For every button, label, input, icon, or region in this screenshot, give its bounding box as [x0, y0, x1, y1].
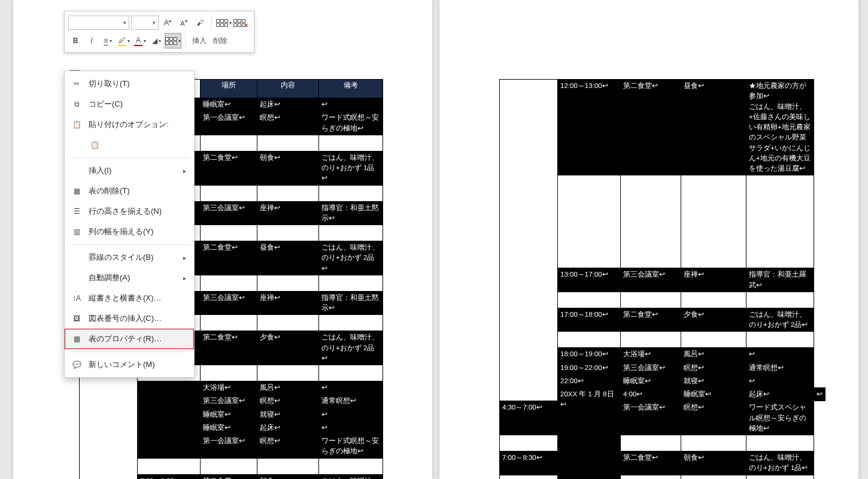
font-family-combo[interactable]: ▾ [68, 16, 129, 30]
borders-icon [165, 37, 177, 45]
ctx-new-comment[interactable]: 💬新しいコメント(M) [65, 354, 194, 375]
picture-icon: 🖼 [71, 313, 83, 325]
ctx-text-direction[interactable]: ↕A縦書きと横書き(X)… [65, 288, 194, 308]
table-insert-split-button[interactable] [216, 16, 232, 30]
ctx-paste-options: 📋貼り付けのオプション: [65, 114, 194, 135]
delete-table-icon: ▦ [71, 185, 83, 197]
viewport: ✥ 場所 内容 備考 睡眠室↩起床↩↩ 第一会議室↩瞑想↩ワード式瞑想～安らぎの… [0, 0, 868, 479]
highlight-icon: 🖊 [118, 36, 126, 46]
delete-label[interactable]: 削除 [211, 36, 230, 46]
copy-icon: ⧉ [71, 98, 83, 110]
col-action: 内容 [257, 80, 319, 98]
ctx-autofit[interactable]: 自動調整(A)▸ [65, 268, 194, 288]
font-color-icon: A [134, 36, 142, 46]
col-note: 備考 [319, 80, 383, 98]
italic-button[interactable]: I [84, 34, 99, 48]
underline-button[interactable]: ≡ [101, 34, 115, 48]
col-width-icon: ▥ [71, 226, 83, 238]
clipboard-icon: 📋 [71, 119, 83, 131]
table-icon [216, 19, 228, 27]
mini-toolbar-row-1: ▾ ▾ A▴ A▾ 🖌 ✕ [68, 14, 250, 32]
comment-icon: 💬 [71, 359, 83, 371]
page-2: 12:00～13:00↩第二食堂↩昼食↩★地元農家の方が参加↩ ごはん、味噌汁、… [439, 0, 858, 479]
paintbrush-icon: 🖌 [196, 19, 204, 27]
scissors-icon: ✂ [71, 78, 83, 90]
bucket-icon: ◢ [152, 37, 157, 45]
table-properties-icon: ▦ [71, 333, 83, 345]
mini-toolbar: ▾ ▾ A▴ A▾ 🖌 ✕ B I ≡ 🖊 A ◢ 挿入 削除 [64, 11, 254, 53]
col-place: 場所 [201, 80, 257, 98]
ctx-cut[interactable]: ✂切り取り(T) [65, 74, 194, 94]
ctx-table-properties[interactable]: ▦表のプロパティ(R)… [65, 329, 194, 349]
insert-label[interactable]: 挿入 [190, 36, 209, 46]
ctx-paste-option-1[interactable]: 📋 [65, 135, 194, 155]
shading-button[interactable]: ◢ [149, 34, 163, 48]
chevron-right-icon: ▸ [181, 254, 188, 261]
ctx-border-style[interactable]: 罫線のスタイル(B)▸ [65, 247, 194, 268]
chevron-right-icon: ▸ [181, 275, 188, 281]
underline-icon: ≡ [104, 37, 108, 46]
context-menu: ✂切り取り(T) ⧉コピー(C) 📋貼り付けのオプション: 📋 挿入(I)▸ ▦… [64, 71, 195, 378]
borders-button[interactable] [165, 34, 181, 48]
ctx-copy[interactable]: ⧉コピー(C) [65, 94, 194, 114]
bold-button[interactable]: B [68, 34, 83, 48]
clipboard-a-icon: 📋 [89, 139, 101, 151]
font-size-combo[interactable]: ▾ [131, 16, 159, 30]
decrease-font-button[interactable]: A▾ [177, 16, 191, 30]
increase-font-button[interactable]: A▴ [160, 16, 175, 30]
ctx-insert[interactable]: 挿入(I)▸ [65, 160, 194, 181]
format-painter-button[interactable]: 🖌 [193, 16, 207, 30]
table-delete-button[interactable]: ✕ [233, 16, 250, 30]
ctx-delete-table[interactable]: ▦表の削除(T) [65, 181, 194, 201]
chevron-right-icon: ▸ [181, 168, 188, 174]
row-height-icon: ☰ [71, 205, 83, 217]
text-direction-icon: ↕A [71, 292, 83, 304]
mini-toolbar-row-2: B I ≡ 🖊 A ◢ 挿入 削除 [68, 32, 250, 50]
ctx-row-height[interactable]: ☰行の高さを揃える(N) [65, 201, 194, 222]
font-color-button[interactable]: A [133, 34, 147, 48]
ctx-col-width[interactable]: ▥列の幅を揃える(Y) [65, 222, 194, 242]
ctx-insert-caption[interactable]: 🖼図表番号の挿入(C)… [65, 308, 194, 329]
schedule-table-right[interactable]: 12:00～13:00↩第二食堂↩昼食↩★地元農家の方が参加↩ ごはん、味噌汁、… [499, 79, 825, 479]
highlight-button[interactable]: 🖊 [117, 34, 131, 48]
